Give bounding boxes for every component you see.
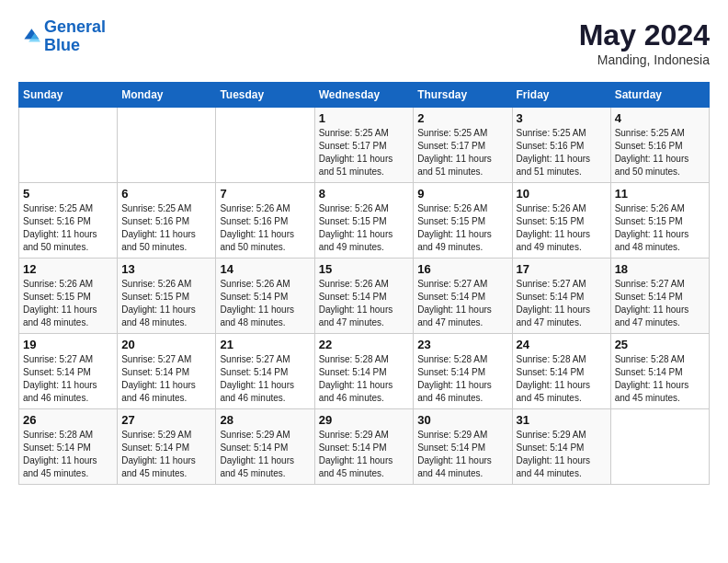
cell-info: Sunrise: 5:29 AMSunset: 5:14 PMDaylight:… <box>121 429 211 480</box>
cell-info: Sunrise: 5:28 AMSunset: 5:14 PMDaylight:… <box>517 353 607 405</box>
day-number: 25 <box>615 338 705 351</box>
cell-info: Sunrise: 5:25 AMSunset: 5:16 PMDaylight:… <box>615 127 705 178</box>
cell-info: Sunrise: 5:28 AMSunset: 5:14 PMDaylight:… <box>319 353 410 405</box>
calendar-cell: 21Sunrise: 5:27 AMSunset: 5:14 PMDayligh… <box>216 334 314 409</box>
calendar-cell: 14Sunrise: 5:26 AMSunset: 5:14 PMDayligh… <box>216 259 314 334</box>
calendar-cell: 1Sunrise: 5:25 AMSunset: 5:17 PMDaylight… <box>314 108 414 183</box>
cell-info: Sunrise: 5:25 AMSunset: 5:17 PMDaylight:… <box>417 127 507 178</box>
cell-info: Sunrise: 5:27 AMSunset: 5:14 PMDaylight:… <box>121 353 211 405</box>
calendar-subtitle: Manding, Indonesia <box>579 52 710 67</box>
cell-info: Sunrise: 5:26 AMSunset: 5:15 PMDaylight:… <box>23 278 113 329</box>
header-wednesday: Wednesday <box>314 83 414 108</box>
cell-info: Sunrise: 5:26 AMSunset: 5:14 PMDaylight:… <box>220 278 310 329</box>
cell-info: Sunrise: 5:28 AMSunset: 5:14 PMDaylight:… <box>615 353 705 405</box>
day-number: 26 <box>23 413 113 427</box>
cell-info: Sunrise: 5:25 AMSunset: 5:16 PMDaylight:… <box>23 202 113 254</box>
day-number: 21 <box>220 338 310 351</box>
logo-line1: General <box>44 17 106 36</box>
cell-info: Sunrise: 5:27 AMSunset: 5:14 PMDaylight:… <box>417 278 507 329</box>
calendar-cell: 22Sunrise: 5:28 AMSunset: 5:14 PMDayligh… <box>314 334 414 409</box>
calendar-cell: 29Sunrise: 5:29 AMSunset: 5:14 PMDayligh… <box>314 409 414 485</box>
cell-info: Sunrise: 5:29 AMSunset: 5:14 PMDaylight:… <box>220 429 310 480</box>
day-number: 20 <box>121 338 211 351</box>
calendar-cell: 17Sunrise: 5:27 AMSunset: 5:14 PMDayligh… <box>512 259 610 334</box>
cell-info: Sunrise: 5:26 AMSunset: 5:15 PMDaylight:… <box>121 278 211 329</box>
day-number: 22 <box>319 338 410 351</box>
day-number: 5 <box>23 187 113 201</box>
calendar-cell: 10Sunrise: 5:26 AMSunset: 5:15 PMDayligh… <box>512 183 610 259</box>
day-number: 12 <box>23 262 113 276</box>
day-number: 23 <box>417 338 507 351</box>
cell-info: Sunrise: 5:27 AMSunset: 5:14 PMDaylight:… <box>517 278 607 329</box>
title-block: May 2024 Manding, Indonesia <box>579 18 710 67</box>
day-number: 29 <box>319 413 410 427</box>
calendar-cell: 27Sunrise: 5:29 AMSunset: 5:14 PMDayligh… <box>118 409 216 485</box>
cell-info: Sunrise: 5:26 AMSunset: 5:14 PMDaylight:… <box>319 278 410 329</box>
calendar-cell: 8Sunrise: 5:26 AMSunset: 5:15 PMDaylight… <box>314 183 414 259</box>
day-number: 2 <box>417 111 507 125</box>
day-number: 31 <box>517 413 607 427</box>
cell-info: Sunrise: 5:25 AMSunset: 5:16 PMDaylight:… <box>517 127 607 178</box>
calendar-cell <box>19 108 118 183</box>
day-number: 3 <box>517 111 607 125</box>
day-number: 28 <box>220 413 310 427</box>
week-row-5: 26Sunrise: 5:28 AMSunset: 5:14 PMDayligh… <box>19 409 710 485</box>
calendar-cell <box>118 108 216 183</box>
calendar-cell: 31Sunrise: 5:29 AMSunset: 5:14 PMDayligh… <box>512 409 610 485</box>
day-number: 11 <box>615 187 705 201</box>
header-monday: Monday <box>118 83 216 108</box>
day-number: 18 <box>615 262 705 276</box>
calendar-cell: 24Sunrise: 5:28 AMSunset: 5:14 PMDayligh… <box>512 334 610 409</box>
cell-info: Sunrise: 5:29 AMSunset: 5:14 PMDaylight:… <box>417 429 507 480</box>
logo: General Blue <box>18 18 106 55</box>
header-thursday: Thursday <box>414 83 512 108</box>
calendar-cell: 13Sunrise: 5:26 AMSunset: 5:15 PMDayligh… <box>118 259 216 334</box>
calendar-header: SundayMondayTuesdayWednesdayThursdayFrid… <box>19 83 710 108</box>
day-number: 27 <box>121 413 211 427</box>
calendar-cell: 12Sunrise: 5:26 AMSunset: 5:15 PMDayligh… <box>19 259 118 334</box>
day-number: 24 <box>517 338 607 351</box>
day-number: 14 <box>220 262 310 276</box>
calendar-cell: 16Sunrise: 5:27 AMSunset: 5:14 PMDayligh… <box>414 259 512 334</box>
calendar-cell: 7Sunrise: 5:26 AMSunset: 5:16 PMDaylight… <box>216 183 314 259</box>
day-number: 1 <box>319 111 410 125</box>
logo-text: General Blue <box>44 18 106 55</box>
calendar-cell: 4Sunrise: 5:25 AMSunset: 5:16 PMDaylight… <box>610 108 709 183</box>
week-row-3: 12Sunrise: 5:26 AMSunset: 5:15 PMDayligh… <box>19 259 710 334</box>
header-tuesday: Tuesday <box>216 83 314 108</box>
day-number: 9 <box>417 187 507 201</box>
header-saturday: Saturday <box>610 83 709 108</box>
cell-info: Sunrise: 5:25 AMSunset: 5:16 PMDaylight:… <box>121 202 211 254</box>
day-number: 16 <box>417 262 507 276</box>
cell-info: Sunrise: 5:27 AMSunset: 5:14 PMDaylight:… <box>615 278 705 329</box>
header-sunday: Sunday <box>19 83 118 108</box>
logo-line2: Blue <box>44 36 80 54</box>
page-header: General Blue May 2024 Manding, Indonesia <box>18 18 710 67</box>
cell-info: Sunrise: 5:25 AMSunset: 5:17 PMDaylight:… <box>319 127 410 178</box>
day-number: 7 <box>220 187 310 201</box>
calendar-cell: 11Sunrise: 5:26 AMSunset: 5:15 PMDayligh… <box>610 183 709 259</box>
cell-info: Sunrise: 5:26 AMSunset: 5:16 PMDaylight:… <box>220 202 310 254</box>
calendar-cell: 25Sunrise: 5:28 AMSunset: 5:14 PMDayligh… <box>610 334 709 409</box>
calendar-table: SundayMondayTuesdayWednesdayThursdayFrid… <box>18 82 710 485</box>
calendar-cell: 3Sunrise: 5:25 AMSunset: 5:16 PMDaylight… <box>512 108 610 183</box>
day-number: 19 <box>23 338 113 351</box>
calendar-cell: 5Sunrise: 5:25 AMSunset: 5:16 PMDaylight… <box>19 183 118 259</box>
calendar-cell: 18Sunrise: 5:27 AMSunset: 5:14 PMDayligh… <box>610 259 709 334</box>
cell-info: Sunrise: 5:26 AMSunset: 5:15 PMDaylight:… <box>517 202 607 254</box>
calendar-cell: 30Sunrise: 5:29 AMSunset: 5:14 PMDayligh… <box>414 409 512 485</box>
cell-info: Sunrise: 5:26 AMSunset: 5:15 PMDaylight:… <box>615 202 705 254</box>
day-number: 30 <box>417 413 507 427</box>
cell-info: Sunrise: 5:26 AMSunset: 5:15 PMDaylight:… <box>417 202 507 254</box>
calendar-cell <box>216 108 314 183</box>
week-row-1: 1Sunrise: 5:25 AMSunset: 5:17 PMDaylight… <box>19 108 710 183</box>
calendar-cell: 20Sunrise: 5:27 AMSunset: 5:14 PMDayligh… <box>118 334 216 409</box>
cell-info: Sunrise: 5:26 AMSunset: 5:15 PMDaylight:… <box>319 202 410 254</box>
cell-info: Sunrise: 5:28 AMSunset: 5:14 PMDaylight:… <box>23 429 113 480</box>
cell-info: Sunrise: 5:29 AMSunset: 5:14 PMDaylight:… <box>319 429 410 480</box>
calendar-cell: 15Sunrise: 5:26 AMSunset: 5:14 PMDayligh… <box>314 259 414 334</box>
cell-info: Sunrise: 5:27 AMSunset: 5:14 PMDaylight:… <box>220 353 310 405</box>
calendar-cell <box>610 409 709 485</box>
cell-info: Sunrise: 5:27 AMSunset: 5:14 PMDaylight:… <box>23 353 113 405</box>
day-number: 6 <box>121 187 211 201</box>
